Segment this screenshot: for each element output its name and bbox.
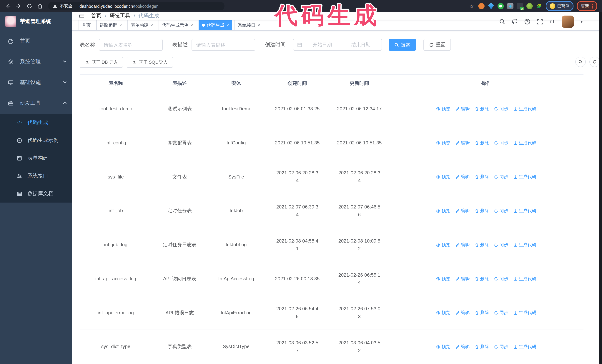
preview-link[interactable]: 预览 [436,241,451,249]
extension-icon-on-badge[interactable]: on [517,3,523,9]
edit-link[interactable]: 编辑 [455,207,470,214]
extension-icon-orange[interactable] [478,3,484,9]
reset-button[interactable]: 重置 [423,39,451,51]
sidebar-item-system-management[interactable]: 系统管理 [0,52,72,72]
sidebar-item-code-generation[interactable]: </> 代码生成 [0,114,72,131]
address-bar[interactable]: 不安全 | dashboard.yudao.iocoder.cn/tool/co… [48,2,225,10]
preview-link[interactable]: 预览 [436,275,451,282]
end-date-placeholder[interactable]: 结束日期 [344,42,378,48]
sync-link[interactable]: 同步 [494,241,508,249]
delete-link[interactable]: 删除 [474,241,489,249]
sidebar-item-code-generation-example[interactable]: 代码生成示例 [0,131,72,149]
delete-link[interactable]: 删除 [474,105,489,113]
sidebar-item-dev-tools[interactable]: 研发工具 [0,93,72,114]
preview-link[interactable]: 预览 [436,207,451,214]
refresh-round-button[interactable] [589,57,600,67]
edit-link[interactable]: 编辑 [455,139,470,146]
extension-icon-grid[interactable] [507,3,514,9]
extension-icon-blue-gem[interactable] [488,3,494,9]
browser-back-icon[interactable] [5,3,11,9]
close-icon[interactable]: × [150,23,153,28]
start-date-placeholder[interactable]: 开始日期 [305,42,339,48]
date-range-picker[interactable]: 开始日期 - 结束日期 [293,39,382,51]
generate-code-link[interactable]: 生成代码 [513,105,537,113]
browser-menu-kebab-icon[interactable] [592,4,593,9]
edit-link[interactable]: 编辑 [455,343,470,351]
page-scrollbar[interactable] [599,12,602,364]
delete-link[interactable]: 删除 [474,174,489,180]
close-icon[interactable]: × [258,23,260,28]
delete-link[interactable]: 删除 [474,139,489,146]
sidebar-toggle-hamburger-icon[interactable] [78,12,85,20]
close-icon[interactable]: × [119,23,122,28]
close-icon[interactable]: × [190,23,193,28]
edit-link[interactable]: 编辑 [455,174,470,180]
delete-link[interactable]: 删除 [474,309,489,316]
edit-link[interactable]: 编辑 [455,275,470,282]
user-menu-caret-icon[interactable]: ▼ [580,20,583,23]
sync-link[interactable]: 同步 [494,275,508,282]
sidebar-item-database-docs[interactable]: 数据库文档 [0,185,72,203]
tab-home[interactable]: 首页 [78,20,94,30]
tab-codegen-example[interactable]: 代码生成示例× [159,20,196,30]
preview-link[interactable]: 预览 [436,105,451,113]
generate-code-link[interactable]: 生成代码 [513,275,537,282]
import-from-sql-button[interactable]: 基于 SQL 导入 [127,57,173,68]
sync-link[interactable]: 同步 [494,309,508,316]
tab-system-api[interactable]: 系统接口× [235,20,263,30]
edit-link[interactable]: 编辑 [455,241,470,249]
browser-update-button[interactable]: 更新 [577,1,597,11]
preview-link[interactable]: 预览 [436,309,451,316]
delete-link[interactable]: 删除 [474,343,489,351]
sidebar-item-infrastructure[interactable]: 基础设施 [0,72,72,93]
browser-reload-icon[interactable] [26,3,32,9]
breadcrumb-home[interactable]: 首页 [91,13,101,19]
sidebar-item-system-api[interactable]: 系统接口 [0,167,72,185]
generate-code-link[interactable]: 生成代码 [513,207,537,214]
preview-link[interactable]: 预览 [436,343,451,351]
browser-forward-icon[interactable] [16,3,22,9]
toggle-search-round-button[interactable] [575,57,586,67]
table-desc-input[interactable] [192,39,255,51]
close-icon[interactable]: × [226,23,229,28]
sync-link[interactable]: 同步 [494,174,508,180]
generate-code-link[interactable]: 生成代码 [513,309,537,316]
preview-link[interactable]: 预览 [436,174,451,180]
delete-link[interactable]: 删除 [474,275,489,282]
preview-link[interactable]: 预览 [436,139,451,146]
sync-link[interactable]: 同步 [494,207,508,214]
tab-codegen-active[interactable]: 代码生成× [199,20,232,30]
extension-icon-green-plant[interactable] [527,3,533,9]
sync-link[interactable]: 同步 [494,343,508,351]
delete-link[interactable]: 删除 [474,207,489,214]
user-avatar[interactable] [562,15,574,28]
sidebar-item-home[interactable]: 首页 [0,31,72,52]
generate-code-link[interactable]: 生成代码 [513,343,537,351]
tab-form-builder[interactable]: 表单构建× [128,20,156,30]
table-name-input[interactable] [99,39,163,51]
font-size-icon[interactable]: тT [549,18,556,25]
extension-icon-green-check[interactable] [497,3,504,9]
app-logo-row[interactable]: 芋道管理系统 [0,12,72,31]
sidebar-item-form-builder[interactable]: 表单构建 [0,149,72,167]
search-button[interactable]: 搜索 [389,39,416,51]
breadcrumb-dev-tools[interactable]: 研发工具 [110,13,130,19]
generate-code-link[interactable]: 生成代码 [513,139,537,146]
sync-link[interactable]: 同步 [494,105,508,113]
paused-extension-badge[interactable]: 已暂停 [546,1,573,11]
trash-icon [474,243,479,247]
edit-link[interactable]: 编辑 [455,105,470,113]
generate-code-link[interactable]: 生成代码 [513,174,537,180]
fullscreen-icon[interactable] [537,18,543,25]
tab-tracing[interactable]: 链路追踪× [96,20,125,30]
generate-code-link[interactable]: 生成代码 [513,241,537,249]
bookmark-star-icon[interactable]: ☆ [469,3,475,9]
help-question-icon[interactable] [524,18,530,25]
extensions-puzzle-icon[interactable]: 🧩 [536,3,542,9]
edit-link[interactable]: 编辑 [455,309,470,316]
browser-home-icon[interactable] [37,3,43,9]
import-from-db-button[interactable]: 基于 DB 导入 [80,57,123,68]
header-search-icon[interactable] [499,18,505,25]
sync-link[interactable]: 同步 [494,139,508,146]
github-icon[interactable] [511,18,518,25]
